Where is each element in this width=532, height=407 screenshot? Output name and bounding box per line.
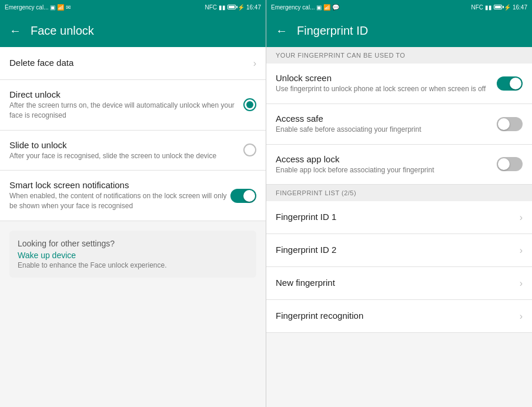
time-right: 16:47 — [513, 4, 527, 11]
unlock-screen-item[interactable]: Unlock screen Use fingerprint to unlock … — [266, 64, 532, 104]
status-bar-right: Emergency cal... ▣ 📶 💬 NFC ▮▮ ⚡ 16:47 — [266, 0, 532, 14]
access-app-lock-subtitle: Enable app lock before associating your … — [276, 165, 497, 175]
access-safe-title: Access safe — [276, 114, 497, 124]
nfc-icon-right: NFC — [471, 4, 483, 11]
direct-unlock-radio[interactable] — [243, 98, 256, 111]
slide-to-unlock-title: Slide to unlock — [9, 140, 243, 150]
header-right: ← Fingerprint ID — [266, 14, 532, 47]
status-left: Emergency cal... ▣ 📶 ✉ — [5, 4, 71, 11]
status-bar-left: Emergency cal... ▣ 📶 ✉ NFC ▮▮ ⚡ 16:47 — [0, 0, 266, 14]
toggle-knob-us — [510, 78, 521, 89]
fingerprint-recognition-title: Fingerprint recognition — [276, 311, 520, 321]
wifi-icon-right: 📶 — [323, 4, 330, 11]
unlock-screen-subtitle: Use fingerprint to unlock phone at lock … — [276, 84, 497, 94]
header-left: ← Face unlock — [0, 14, 266, 47]
smart-lock-content: Smart lock screen notifications When ena… — [9, 180, 230, 211]
access-safe-item[interactable]: Access safe Enable safe before associati… — [266, 104, 532, 145]
charge-icon: ⚡ — [237, 4, 245, 11]
status-left-right: Emergency cal... ▣ 📶 💬 — [271, 4, 339, 11]
direct-unlock-title: Direct unlock — [9, 89, 243, 99]
smart-lock-item[interactable]: Smart lock screen notifications When ena… — [0, 171, 266, 221]
chevron-icon-nfp: › — [520, 278, 523, 289]
looking-title: Looking for other settings? — [18, 239, 248, 248]
smart-lock-subtitle: When enabled, the content of notificatio… — [9, 191, 230, 211]
toggle-knob — [243, 190, 255, 202]
left-panel: Emergency cal... ▣ 📶 ✉ NFC ▮▮ ⚡ 16:47 ← … — [0, 0, 266, 407]
toggle-knob-al — [498, 158, 510, 170]
slide-to-unlock-subtitle: After your face is recognised, slide the… — [9, 151, 243, 161]
back-button-right[interactable]: ← — [276, 24, 287, 38]
charge-icon-right: ⚡ — [504, 4, 511, 11]
delete-face-data-title: Delete face data — [9, 58, 253, 68]
direct-unlock-content: Direct unlock After the screen turns on,… — [9, 89, 243, 121]
sim-icon: ▣ — [50, 4, 55, 11]
fingerprint-id-1-item[interactable]: Fingerprint ID 1 › — [266, 201, 532, 234]
unlock-screen-toggle[interactable] — [497, 76, 523, 91]
access-safe-toggle[interactable] — [497, 117, 523, 131]
access-app-lock-content: Access app lock Enable app lock before a… — [276, 154, 497, 175]
status-right-left: NFC ▮▮ ⚡ 16:47 — [205, 4, 261, 11]
access-safe-subtitle: Enable safe before associating your fing… — [276, 125, 497, 135]
direct-unlock-item[interactable]: Direct unlock After the screen turns on,… — [0, 80, 266, 131]
message-icon-right: 💬 — [332, 4, 339, 11]
new-fingerprint-item[interactable]: New fingerprint › — [266, 267, 532, 300]
message-icon: ✉ — [66, 4, 71, 11]
signal-icon-right: ▮▮ — [485, 4, 492, 11]
smart-lock-title: Smart lock screen notifications — [9, 180, 230, 190]
chevron-icon-fpr: › — [520, 311, 523, 322]
unlock-screen-title: Unlock screen — [276, 73, 497, 83]
wake-up-device-link[interactable]: Wake up device — [18, 251, 248, 260]
delete-face-data-item[interactable]: Delete face data › — [0, 47, 266, 80]
looking-box: Looking for other settings? Wake up devi… — [9, 231, 256, 278]
smart-lock-toggle[interactable] — [230, 189, 256, 203]
unlock-screen-content: Unlock screen Use fingerprint to unlock … — [276, 73, 497, 94]
access-app-lock-toggle[interactable] — [497, 157, 523, 171]
slide-to-unlock-item[interactable]: Slide to unlock After your face is recog… — [0, 131, 266, 171]
signal-icon: ▮▮ — [219, 4, 226, 11]
fingerprint-id-1-title: Fingerprint ID 1 — [276, 212, 520, 222]
wifi-icon: 📶 — [57, 4, 64, 11]
nfc-icon: NFC — [205, 4, 217, 11]
delete-face-data-content: Delete face data — [9, 58, 253, 69]
looking-desc: Enable to enhance the Face unlock experi… — [18, 261, 248, 269]
sim-icon-right: ▣ — [316, 4, 322, 11]
chevron-icon-fp2: › — [520, 245, 523, 256]
new-fingerprint-content: New fingerprint — [276, 278, 520, 289]
battery-icon-right — [494, 5, 502, 9]
time-left: 16:47 — [246, 4, 261, 11]
direct-unlock-subtitle: After the screen turns on, the device wi… — [9, 101, 243, 121]
fingerprint-id-2-content: Fingerprint ID 2 — [276, 245, 520, 256]
access-app-lock-item[interactable]: Access app lock Enable app lock before a… — [266, 145, 532, 185]
chevron-icon-fp1: › — [520, 212, 523, 223]
access-app-lock-title: Access app lock — [276, 154, 497, 164]
chevron-icon: › — [253, 58, 256, 69]
radio-inner — [246, 101, 253, 108]
slide-to-unlock-radio[interactable] — [243, 144, 256, 156]
emergency-call-text-right: Emergency cal... — [271, 4, 314, 11]
fingerprint-id-2-title: Fingerprint ID 2 — [276, 245, 520, 255]
battery-icon — [227, 5, 236, 9]
page-title-left: Face unlock — [31, 24, 94, 38]
fingerprint-id-2-item[interactable]: Fingerprint ID 2 › — [266, 234, 532, 267]
fingerprint-recognition-content: Fingerprint recognition — [276, 311, 520, 322]
fingerprint-recognition-item[interactable]: Fingerprint recognition › — [266, 300, 532, 333]
status-right-right: NFC ▮▮ ⚡ 16:47 — [471, 4, 527, 11]
access-safe-content: Access safe Enable safe before associati… — [276, 114, 497, 135]
fingerprint-use-section: YOUR FINGERPRINT CAN BE USED TO — [266, 47, 532, 64]
page-title-right: Fingerprint ID — [297, 24, 368, 38]
fingerprint-id-1-content: Fingerprint ID 1 — [276, 212, 520, 223]
toggle-knob-as — [498, 118, 510, 130]
slide-to-unlock-content: Slide to unlock After your face is recog… — [9, 140, 243, 161]
back-button-left[interactable]: ← — [9, 24, 21, 38]
right-panel: Emergency cal... ▣ 📶 💬 NFC ▮▮ ⚡ 16:47 ← … — [266, 0, 532, 407]
fingerprint-list-section: FINGERPRINT LIST (2/5) — [266, 185, 532, 201]
new-fingerprint-title: New fingerprint — [276, 278, 520, 288]
emergency-call-text: Emergency cal... — [5, 4, 48, 11]
